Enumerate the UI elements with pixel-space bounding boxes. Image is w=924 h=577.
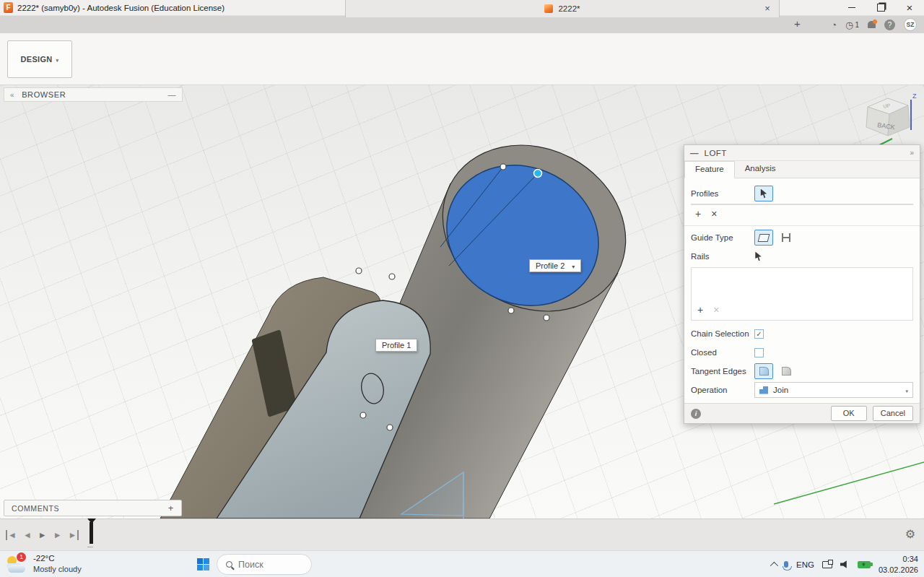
minimize-button[interactable] [837, 0, 866, 15]
add-profile-button[interactable]: + [695, 208, 701, 220]
rails-select-cursor-icon[interactable] [754, 252, 762, 261]
chain-selection-label: Chain Selection [691, 329, 754, 338]
timeline-playback: ◄ ◄ ► ► ► [6, 530, 79, 540]
join-operation-icon [759, 386, 768, 394]
document-tab[interactable]: 2222* × [345, 0, 780, 17]
job-count: 1 [855, 21, 859, 29]
remove-profile-button[interactable]: × [711, 208, 717, 220]
info-icon[interactable]: i [691, 409, 701, 419]
dialog-minimize-icon[interactable]: — [690, 149, 699, 157]
loft-dialog-header[interactable]: — LOFT » [684, 145, 920, 161]
profile1-flyout[interactable]: Profile 1 [375, 339, 417, 352]
axis-z-label: Z [912, 92, 917, 100]
help-icon[interactable]: ? [884, 19, 895, 30]
rails-list[interactable]: + × [691, 267, 913, 321]
browser-header[interactable]: « BROWSER — [4, 87, 183, 102]
workspace-switcher[interactable]: DESIGN [7, 40, 72, 78]
dialog-title: LOFT [705, 149, 727, 157]
operation-value: Join [773, 386, 788, 394]
tab-feature[interactable]: Feature [684, 161, 735, 178]
taskbar-search[interactable] [217, 554, 312, 575]
cancel-button[interactable]: Cancel [873, 406, 913, 421]
microphone-icon[interactable] [784, 561, 788, 568]
guide-type-centerline-button[interactable] [777, 230, 796, 246]
weather-temp: -22°C [33, 553, 82, 564]
play-icon[interactable]: ► [38, 530, 47, 540]
document-cube-icon [544, 4, 553, 13]
browser-panel: « BROWSER — [4, 87, 183, 105]
guide-type-label: Guide Type [691, 233, 754, 242]
add-rail-button[interactable]: + [697, 304, 703, 316]
close-button[interactable] [895, 0, 924, 15]
weather-condition: Mostly cloudy [33, 564, 82, 574]
comments-bar[interactable]: COMMENTS + [4, 500, 182, 516]
clock-datetime[interactable]: 0:34 03.02.2026 [879, 554, 918, 575]
step-back-icon[interactable]: ◄ [23, 530, 32, 540]
add-comment-icon[interactable]: + [168, 503, 174, 513]
loft-dialog: — LOFT » Feature Analysis Profiles + × G… [684, 144, 920, 424]
dropdown-caret-icon [905, 386, 908, 394]
view-cube[interactable]: BACK UP Z [859, 90, 920, 150]
tab-close-icon[interactable]: × [762, 3, 773, 14]
windows-taskbar: 1 -22°C Mostly cloudy ENG 0:34 03 [0, 550, 924, 577]
document-tab-label: 2222* [558, 4, 580, 13]
chain-selection-checkbox[interactable] [754, 329, 764, 339]
remove-rail-button[interactable]: × [713, 304, 719, 316]
step-forward-icon[interactable]: ► [53, 530, 62, 540]
user-avatar[interactable]: SZ [904, 18, 917, 31]
collapse-browser-icon[interactable]: « [10, 91, 14, 99]
browser-minimize-icon[interactable]: — [167, 90, 176, 99]
profile2-flyout[interactable]: Profile 2 [529, 259, 581, 272]
timeline-strip[interactable] [87, 523, 93, 547]
quick-access-toolbar [0, 16, 924, 33]
timeline: ◄ ◄ ► ► ► [0, 519, 924, 550]
comments-label: COMMENTS [12, 504, 59, 513]
tray-time: 0:34 [879, 554, 918, 564]
language-indicator[interactable]: ENG [796, 560, 814, 569]
tangent-merged-button[interactable] [754, 363, 773, 379]
rails-label: Rails [691, 252, 754, 261]
go-to-start-icon[interactable]: ◄ [6, 530, 17, 540]
network-icon[interactable] [822, 561, 832, 568]
notifications-bell-icon[interactable] [868, 21, 876, 28]
tangent-edges-label: Tangent Edges [691, 367, 754, 376]
operation-label: Operation [691, 386, 754, 394]
start-button[interactable] [193, 555, 212, 574]
go-to-end-icon[interactable]: ► [69, 530, 79, 540]
selected-point[interactable] [534, 170, 542, 178]
tab-analysis[interactable]: Analysis [735, 161, 786, 178]
weather-icon: 1 [6, 555, 27, 573]
ribbon: DESIGN [0, 33, 924, 85]
ok-button[interactable]: OK [831, 406, 867, 421]
closed-label: Closed [691, 348, 754, 357]
profiles-label: Profiles [691, 189, 754, 198]
speaker-icon[interactable] [840, 560, 850, 568]
new-tab-button[interactable]: + [794, 17, 801, 30]
job-status-icon[interactable]: ◷1 [845, 19, 859, 30]
timeline-position-marker[interactable] [90, 522, 93, 544]
search-input[interactable] [238, 560, 296, 570]
profiles-select-button[interactable] [754, 186, 773, 201]
tray-date: 03.02.2026 [879, 565, 918, 575]
fusion-document-icon [4, 2, 13, 13]
extensions-icon[interactable]: ◔ [831, 19, 837, 30]
guide-type-rails-button[interactable] [754, 230, 773, 246]
closed-checkbox[interactable] [754, 348, 764, 357]
weather-badge: 1 [17, 552, 26, 562]
timeline-settings-gear-icon[interactable]: ⚙ [905, 527, 915, 541]
operation-dropdown[interactable]: Join [754, 382, 913, 398]
dialog-expand-icon[interactable]: » [910, 149, 914, 157]
tangent-unmerged-button[interactable] [777, 363, 796, 379]
battery-icon[interactable] [858, 561, 871, 568]
search-icon [226, 561, 232, 568]
tray-overflow-chevron-icon[interactable] [770, 561, 778, 569]
restore-button[interactable] [866, 0, 895, 15]
window-title: 2222* (samyb0y) - Autodesk Fusion (Educa… [17, 4, 225, 12]
cursor-icon [760, 189, 768, 199]
fusion-window: 2222* (samyb0y) - Autodesk Fusion (Educa… [0, 0, 924, 577]
system-tray: ENG 0:34 03.02.2026 [770, 551, 918, 577]
weather-widget[interactable]: 1 -22°C Mostly cloudy [6, 553, 82, 574]
